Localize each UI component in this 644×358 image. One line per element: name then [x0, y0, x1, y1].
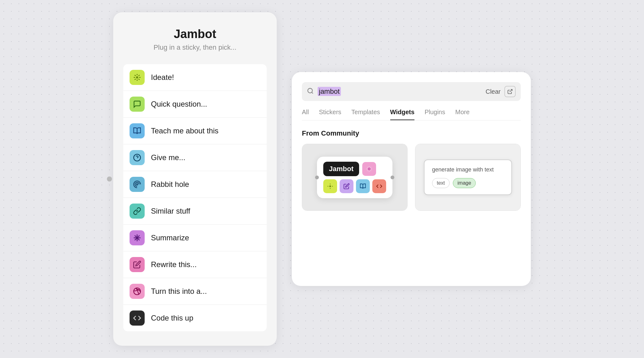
svg-point-11: [136, 184, 138, 185]
rabbit-hole-label: Rabbit hole: [151, 180, 189, 189]
code-this-up-icon: [130, 310, 145, 326]
menu-item-similar-stuff[interactable]: Similar stuff: [123, 198, 267, 225]
give-me-icon: [130, 150, 145, 165]
jambot-card[interactable]: Jambot: [302, 144, 408, 211]
svg-point-23: [366, 168, 368, 170]
rewrite-icon: [130, 257, 145, 272]
jambot-mini-icon-1: [323, 179, 337, 193]
svg-point-17: [308, 88, 313, 93]
imagejam-card-footer: Image Jam › By Steven Tsao: [415, 210, 520, 211]
imagejam-card-preview: generate image with text text image: [415, 144, 520, 210]
menu-item-summarize[interactable]: Summarize: [123, 225, 267, 251]
text-tag: text: [432, 178, 450, 188]
menu-list: Ideate! Quick question... Teach me about…: [123, 64, 267, 331]
search-icon: [307, 87, 314, 96]
svg-point-0: [136, 77, 138, 78]
quick-question-label: Quick question...: [151, 100, 207, 109]
menu-item-turn-this-into[interactable]: Turn this into a...: [123, 278, 267, 305]
jambot-card-preview: Jambot: [302, 144, 407, 210]
search-panel: jambot Clear All Stickers Templates Widg…: [292, 72, 531, 286]
connector-right: [391, 176, 394, 179]
rabbit-hole-icon: [130, 177, 145, 192]
filter-tabs: All Stickers Templates Widgets Plugins M…: [302, 109, 521, 120]
svg-point-21: [369, 166, 370, 167]
menu-item-quick-question[interactable]: Quick question...: [123, 91, 267, 118]
svg-point-26: [370, 170, 372, 171]
search-query: jambot: [318, 87, 341, 96]
jambot-panel: Jambot Plug in a sticky, then pick... Id…: [113, 12, 277, 346]
svg-line-5: [135, 75, 136, 76]
ideate-label: Ideate!: [151, 73, 174, 82]
teach-me-label: Teach me about this: [151, 126, 219, 135]
menu-item-rabbit-hole[interactable]: Rabbit hole: [123, 171, 267, 198]
tab-plugins[interactable]: Plugins: [425, 109, 445, 120]
menu-item-teach-me[interactable]: Teach me about this: [123, 118, 267, 144]
summarize-icon: [130, 230, 145, 245]
summarize-label: Summarize: [151, 233, 189, 242]
tab-templates[interactable]: Templates: [351, 109, 380, 120]
svg-line-18: [312, 92, 313, 93]
search-input[interactable]: jambot: [318, 87, 482, 96]
widget-cards: Jambot: [302, 144, 521, 211]
svg-point-25: [367, 166, 369, 168]
jambot-widget-preview: Jambot: [317, 157, 392, 198]
similar-stuff-label: Similar stuff: [151, 207, 190, 215]
svg-point-24: [371, 168, 372, 170]
tab-stickers[interactable]: Stickers: [319, 109, 341, 120]
image-tag: image: [453, 178, 476, 188]
svg-point-29: [330, 186, 330, 187]
turn-this-into-label: Turn this into a...: [151, 287, 207, 296]
turn-this-into-icon: [130, 284, 145, 299]
svg-point-22: [369, 170, 370, 172]
svg-point-28: [367, 170, 369, 171]
imagejam-card[interactable]: generate image with text text image Imag…: [415, 144, 521, 211]
panel-subtitle: Plug in a sticky, then pick...: [153, 43, 236, 52]
connector-left: [315, 176, 319, 179]
jambot-card-footer: Jambot › By Figma: [302, 210, 407, 211]
svg-line-8: [139, 75, 140, 76]
external-link-icon[interactable]: [504, 86, 516, 97]
menu-item-code-this-up[interactable]: Code this up: [123, 305, 267, 331]
teach-me-icon: [130, 123, 145, 138]
quick-question-icon: [130, 97, 145, 112]
section-title: From Community: [302, 129, 521, 137]
svg-line-19: [510, 89, 512, 92]
ideate-icon: [130, 70, 145, 85]
svg-line-7: [135, 79, 136, 80]
scroll-indicator: [107, 176, 112, 182]
jambot-mini-icon-2: [340, 179, 353, 193]
give-me-label: Give me...: [151, 153, 185, 162]
clear-button[interactable]: Clear: [486, 88, 501, 95]
imagejam-widget-preview: generate image with text text image: [424, 159, 512, 195]
menu-item-rewrite-this[interactable]: Rewrite this...: [123, 251, 267, 278]
svg-line-6: [139, 79, 140, 80]
svg-point-27: [370, 166, 372, 168]
jambot-badge: Jambot: [323, 162, 359, 176]
jambot-mini-icon-4: [372, 179, 386, 193]
tab-more[interactable]: More: [455, 109, 470, 120]
search-bar: jambot Clear: [302, 82, 521, 101]
code-this-up-label: Code this up: [151, 314, 193, 322]
jambot-mini-icon-3: [356, 179, 370, 193]
similar-stuff-icon: [130, 204, 145, 219]
menu-item-ideate[interactable]: Ideate!: [123, 64, 267, 91]
svg-point-20: [368, 168, 370, 170]
jambot-flower-icon: [362, 162, 376, 176]
tab-all[interactable]: All: [302, 109, 309, 120]
tab-widgets[interactable]: Widgets: [390, 109, 415, 120]
panel-title: Jambot: [174, 27, 216, 41]
imagejam-tags: text image: [432, 178, 504, 188]
menu-item-give-me[interactable]: Give me...: [123, 144, 267, 171]
imagejam-preview-title: generate image with text: [432, 166, 504, 173]
rewrite-label: Rewrite this...: [151, 260, 197, 269]
